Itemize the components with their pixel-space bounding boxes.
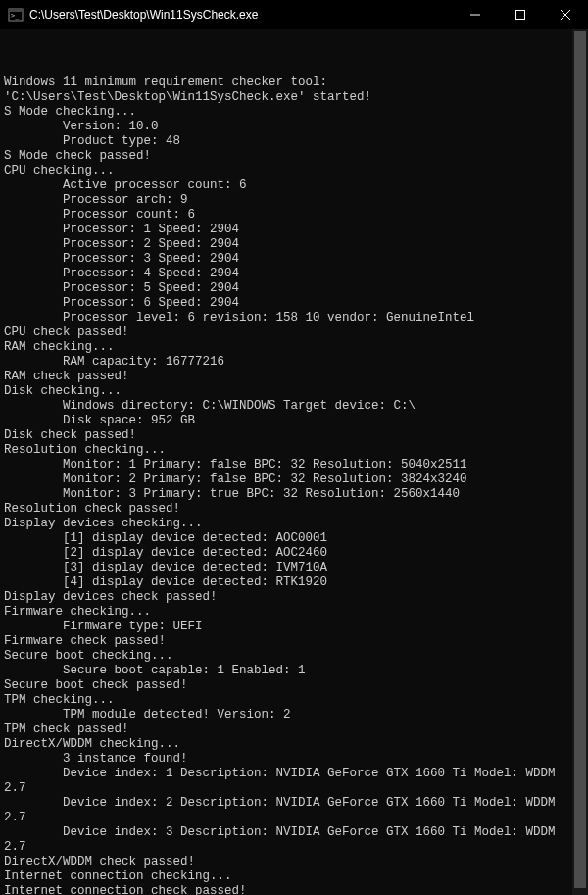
window-titlebar[interactable]: >_ C:\Users\Test\Desktop\Win11SysCheck.e… xyxy=(0,0,588,29)
titlebar-left: >_ C:\Users\Test\Desktop\Win11SysCheck.e… xyxy=(8,7,258,23)
maximize-button[interactable] xyxy=(498,0,543,29)
scrollbar-track[interactable] xyxy=(572,29,588,895)
app-icon: >_ xyxy=(8,7,24,23)
close-button[interactable] xyxy=(543,0,588,29)
console-output[interactable]: Windows 11 minimum requirement checker t… xyxy=(0,29,588,895)
svg-rect-4 xyxy=(516,11,525,20)
console-text: Windows 11 minimum requirement checker t… xyxy=(4,75,584,895)
scrollbar-thumb[interactable] xyxy=(574,31,586,888)
window-controls xyxy=(453,0,588,29)
window-title: C:\Users\Test\Desktop\Win11SysCheck.exe xyxy=(29,8,258,22)
svg-text:>_: >_ xyxy=(11,12,20,20)
minimize-button[interactable] xyxy=(453,0,498,29)
